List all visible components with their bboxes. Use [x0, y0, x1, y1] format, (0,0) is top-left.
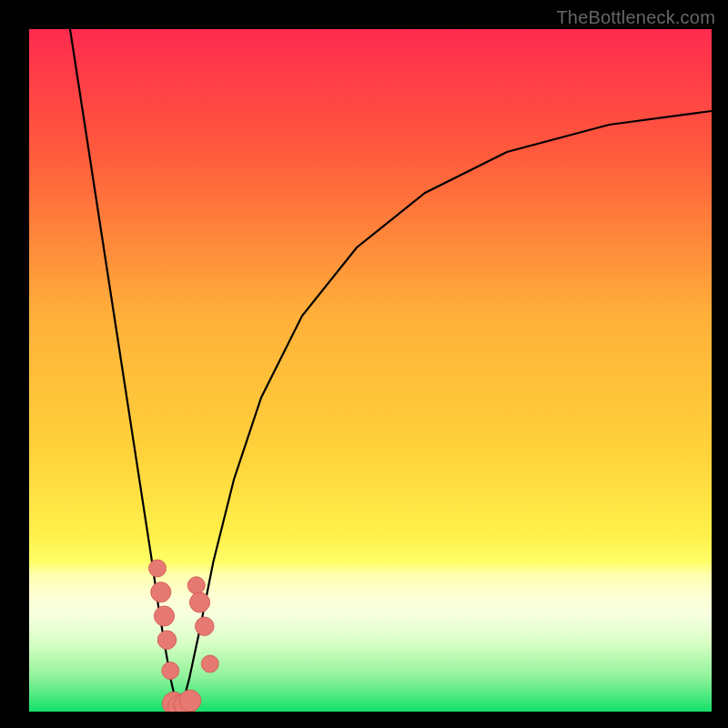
data-marker [196, 617, 214, 635]
data-marker [179, 690, 201, 712]
gradient-background [29, 29, 712, 712]
attribution-text: TheBottleneck.com [556, 7, 715, 28]
data-marker [151, 582, 171, 602]
data-marker [149, 560, 167, 577]
data-marker [154, 606, 174, 626]
plot-area [29, 29, 712, 712]
bottleneck-chart [29, 29, 712, 712]
data-marker [189, 592, 209, 612]
data-marker [162, 662, 179, 680]
data-marker [187, 577, 205, 594]
data-marker [201, 655, 218, 672]
data-marker [157, 631, 176, 649]
chart-frame: TheBottleneck.com [0, 0, 728, 728]
